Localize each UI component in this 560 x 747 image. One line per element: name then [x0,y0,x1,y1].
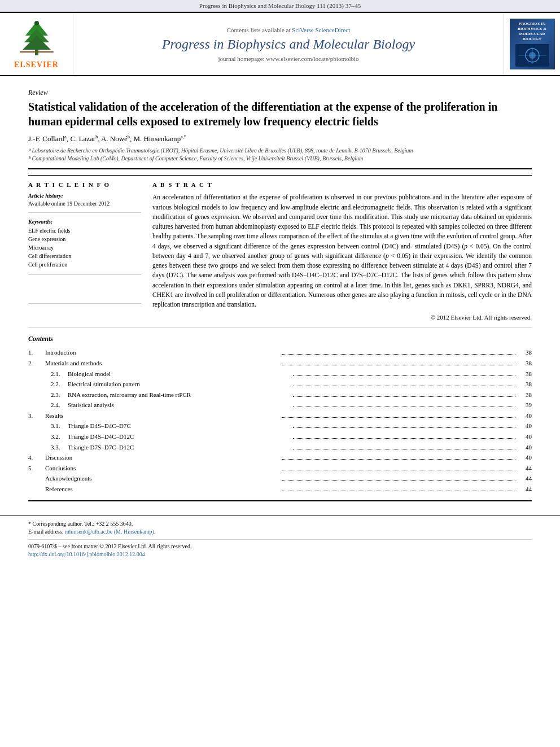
doi-link[interactable]: http://dx.doi.org/10.1016/j.pbiomolbio.2… [28,551,532,557]
cover-text-1: PROGRESS IN [518,21,546,27]
article-title: Statistical validation of the accelerati… [28,99,532,129]
toc-item-ack: Acknowledgments 44 [28,474,532,484]
toc-title-2: Materials and methods [45,359,279,369]
toc-item-2-3: 2.3. RNA extraction, microarray and Real… [28,390,532,400]
toc-dots-5 [282,470,516,470]
journal-cover-image: PROGRESS IN BIOPHYSICS & MOLECULAR BIOLO… [510,19,555,69]
toc-num-3-3: 3.3. [40,443,68,453]
toc-title-ack: Acknowledgments [45,474,279,484]
toc-dots-3-1 [293,427,516,428]
homepage-text: journal homepage: www.elsevier.com/locat… [218,55,358,62]
toc-num-3: 3. [28,411,45,421]
toc-item-3-3: 3.3. Triangle D7S–D7C–D12C 40 [28,443,532,453]
contents-heading: Contents [28,335,532,343]
toc-dots-3-3 [293,449,516,449]
toc-title-3-1: Triangle D4S–D4C–D7C [68,421,291,431]
corresponding-author-note: * Corresponding author. Tel.: +32 2 555 … [28,521,532,527]
toc-dots-3 [282,417,516,418]
toc-dots-2-4 [293,407,516,407]
abstract-text: An acceleration of differentiation at th… [152,193,532,309]
journal-title: Progress in Biophysics and Molecular Bio… [162,37,415,52]
abstract-panel: A B S T R A C T An acceleration of diffe… [152,181,532,321]
toc-title-5: Conclusions [45,464,279,474]
article-history-section: Article history: Available online 19 Dec… [28,193,141,213]
toc-item-1: 1. Introduction 38 [28,348,532,358]
cover-text-3: MOLECULAR [518,32,546,37]
email-note: E-mail address: mhinsenk@ulb.ac.be (M. H… [28,528,532,535]
doi-text[interactable]: http://dx.doi.org/10.1016/j.pbiomolbio.2… [28,551,145,557]
toc-dots-4 [282,459,516,460]
toc-dots-2-1 [293,375,516,376]
toc-page-3-2: 40 [518,432,532,442]
toc-num-5: 5. [28,464,45,474]
toc-page-3-3: 40 [518,443,532,453]
toc-page-2-3: 38 [518,390,532,400]
keyword-3: Microarray [28,243,141,252]
toc-title-3-3: Triangle D7S–D7C–D12C [68,443,291,453]
authors-line: J.-F. Collarda, C. Lazarb, A. Nowéb, M. … [28,134,532,143]
history-label: Article history: [28,193,141,199]
svg-point-4 [34,21,39,25]
keywords-label: Keywords: [28,219,141,225]
toc-title-3: Results [45,411,279,421]
journal-title-section: Contents lists available at SciVerse Sci… [73,13,504,75]
toc-page-ref: 44 [518,484,532,495]
toc-item-2-4: 2.4. Statistical analysis 39 [28,400,532,410]
abstract-heading: A B S T R A C T [152,181,532,188]
elsevier-tree-icon [14,19,59,58]
toc-num-2-4: 2.4. [40,400,68,410]
journal-citation-text: Progress in Biophysics and Molecular Bio… [199,2,361,9]
footer: * Corresponding author. Tel.: +32 2 555 … [0,516,560,557]
toc-num-2-2: 2.2. [40,379,68,390]
toc-dots-2 [282,365,516,365]
copyright-line: © 2012 Elsevier Ltd. All rights reserved… [152,314,532,321]
toc-dots-2-3 [293,396,516,397]
affiliations: ᵃ Laboratoire de Recherche en Orthopédie… [28,147,532,163]
toc-dots-ref [282,491,516,491]
toc-item-4: 4. Discussion 40 [28,453,532,463]
svg-rect-5 [20,51,54,53]
toc-item-3-2: 3.2. Triangle D4S–D4C–D12C 40 [28,432,532,442]
svg-marker-3 [23,36,51,50]
and-word: and [240,262,250,269]
keywords-list: ELF electric fields Gene expression Micr… [28,226,141,269]
toc-page-3-1: 40 [518,421,532,431]
toc-title-2-2: Electrical stimulation pattern [68,379,291,390]
toc-item-5: 5. Conclusions 44 [28,464,532,474]
toc-title-ref: References [45,484,279,495]
keyword-2: Gene expression [28,235,141,243]
toc-dots-2-2 [293,386,516,386]
author-collard: J.-F. Collard [28,134,64,143]
toc-page-ack: 44 [518,474,532,484]
contents-available-text: Contents lists available at [227,27,291,33]
author-hinsenkamp: M. Hinsenkamp [133,134,181,143]
history-value: Available online 19 December 2012 [28,200,141,207]
toc-item-2-2: 2.2. Electrical stimulation pattern 38 [28,379,532,390]
sciverse-line: Contents lists available at SciVerse Sci… [227,27,350,33]
toc-num-2: 2. [28,359,45,369]
footer-divider-section: 0079-6107/$ – see front matter © 2012 El… [28,539,532,557]
toc-num-1: 1. [28,348,45,358]
cover-text-4: BIOLOGY [518,37,546,42]
toc-title-2-1: Biological model [68,369,291,379]
section-divider [28,327,532,328]
email-address[interactable]: mhinsenk@ulb.ac.be (M. Hinsenkamp). [65,528,155,535]
affiliation-b: ᵇ Computational Modeling Lab (CoMo), Dep… [28,155,532,163]
keyword-4: Cell differentiation [28,252,141,260]
toc-item-3-1: 3.1. Triangle D4S–D4C–D7C 40 [28,421,532,431]
email-label: E-mail address: [28,528,63,535]
cover-graphic [515,44,549,67]
toc-item-ref: References 44 [28,484,532,495]
toc-num-3-1: 3.1. [40,421,68,431]
sciverse-link-text[interactable]: SciVerse ScienceDirect [292,27,350,33]
toc-page-4: 40 [518,453,532,463]
journal-header: ELSEVIER Contents lists available at Sci… [0,12,560,76]
author-nowe: A. Nowé [101,134,128,143]
toc-item-2: 2. Materials and methods 38 [28,359,532,369]
keywords-section: Keywords: ELF electric fields Gene expre… [28,219,141,275]
toc-num-3-2: 3.2. [40,432,68,442]
toc-title-1: Introduction [45,348,279,358]
toc-page-3: 40 [518,411,532,421]
elsevier-logo-section: ELSEVIER [0,13,73,75]
article-body: A R T I C L E I N F O Article history: A… [28,175,532,321]
